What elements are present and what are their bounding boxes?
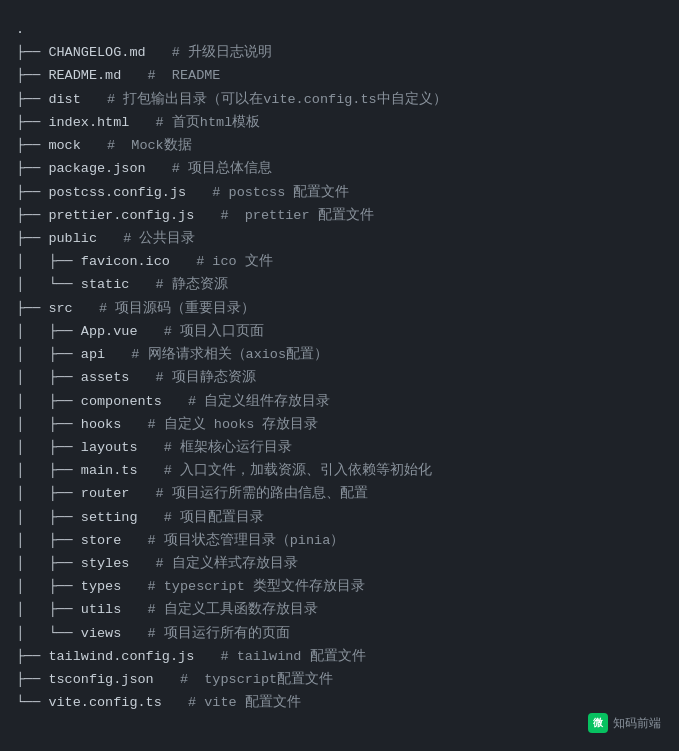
tree-prefix: │ ├── xyxy=(16,459,81,482)
tree-row: ├── prettier.config.js # prettier 配置文件 xyxy=(16,204,663,227)
tree-row: │ ├── favicon.ico # ico 文件 xyxy=(16,250,663,273)
tree-row: └── vite.config.ts # vite 配置文件 xyxy=(16,691,663,714)
tree-row: │ ├── main.ts # 入口文件，加载资源、引入依赖等初始化 xyxy=(16,459,663,482)
tree-row: │ ├── assets # 项目静态资源 xyxy=(16,366,663,389)
tree-row: ├── mock # Mock数据 xyxy=(16,134,663,157)
tree-prefix: │ └── xyxy=(16,622,81,645)
file-name: favicon.ico xyxy=(81,250,170,273)
file-comment: # 项目入口页面 xyxy=(148,320,264,343)
file-name: assets xyxy=(81,366,130,389)
file-name: App.vue xyxy=(81,320,138,343)
file-comment: # tailwind 配置文件 xyxy=(204,645,365,668)
file-tree: .├── CHANGELOG.md # 升级日志说明├── README.md … xyxy=(16,18,663,715)
file-comment: # Mock数据 xyxy=(91,134,192,157)
file-comment: # 自定义样式存放目录 xyxy=(139,552,297,575)
file-name: postcss.config.js xyxy=(48,181,186,204)
tree-row: │ ├── hooks # 自定义 hooks 存放目录 xyxy=(16,413,663,436)
tree-prefix: │ ├── xyxy=(16,506,81,529)
file-comment: # 网络请求相关（axios配置） xyxy=(115,343,328,366)
watermark-icon: 微 xyxy=(588,713,608,733)
tree-prefix: │ ├── xyxy=(16,413,81,436)
tree-row: ├── CHANGELOG.md # 升级日志说明 xyxy=(16,41,663,64)
file-name: prettier.config.js xyxy=(48,204,194,227)
file-name: tsconfig.json xyxy=(48,668,153,691)
file-comment: # postcss 配置文件 xyxy=(196,181,349,204)
file-name: static xyxy=(81,273,130,296)
file-name: layouts xyxy=(81,436,138,459)
tree-prefix: ├── xyxy=(16,297,48,320)
file-comment: # 框架核心运行目录 xyxy=(148,436,292,459)
tree-row: │ ├── setting # 项目配置目录 xyxy=(16,506,663,529)
tree-prefix: │ ├── xyxy=(16,552,81,575)
tree-row: ├── tailwind.config.js # tailwind 配置文件 xyxy=(16,645,663,668)
tree-row: │ ├── router # 项目运行所需的路由信息、配置 xyxy=(16,482,663,505)
file-comment: # typscript配置文件 xyxy=(164,668,333,691)
tree-row: ├── postcss.config.js # postcss 配置文件 xyxy=(16,181,663,204)
file-name: mock xyxy=(48,134,80,157)
tree-prefix: ├── xyxy=(16,134,48,157)
tree-row: │ ├── styles # 自定义样式存放目录 xyxy=(16,552,663,575)
tree-row: │ ├── layouts # 框架核心运行目录 xyxy=(16,436,663,459)
file-comment: # ico 文件 xyxy=(180,250,273,273)
tree-row: │ └── static # 静态资源 xyxy=(16,273,663,296)
file-comment: # 自定义工具函数存放目录 xyxy=(131,598,317,621)
tree-prefix: │ └── xyxy=(16,273,81,296)
tree-prefix: ├── xyxy=(16,41,48,64)
tree-prefix: │ ├── xyxy=(16,343,81,366)
tree-row: │ ├── types # typescript 类型文件存放目录 xyxy=(16,575,663,598)
tree-row: │ ├── api # 网络请求相关（axios配置） xyxy=(16,343,663,366)
tree-row: ├── public # 公共目录 xyxy=(16,227,663,250)
file-name: utils xyxy=(81,598,122,621)
file-comment: # 项目总体信息 xyxy=(156,157,272,180)
watermark-label: 知码前端 xyxy=(613,715,661,732)
file-name: components xyxy=(81,390,162,413)
tree-row: │ ├── store # 项目状态管理目录（pinia） xyxy=(16,529,663,552)
tree-prefix: │ ├── xyxy=(16,575,81,598)
file-name: hooks xyxy=(81,413,122,436)
watermark: 微 知码前端 xyxy=(588,713,661,733)
file-comment: # 首页html模板 xyxy=(139,111,260,134)
file-name: index.html xyxy=(48,111,129,134)
tree-prefix: ├── xyxy=(16,668,48,691)
tree-prefix: ├── xyxy=(16,645,48,668)
tree-prefix: │ ├── xyxy=(16,529,81,552)
file-comment: # vite 配置文件 xyxy=(172,691,301,714)
file-name: package.json xyxy=(48,157,145,180)
tree-prefix: └── xyxy=(16,691,48,714)
file-name: views xyxy=(81,622,122,645)
tree-row: ├── tsconfig.json # typscript配置文件 xyxy=(16,668,663,691)
file-comment: # 项目运行所需的路由信息、配置 xyxy=(139,482,367,505)
file-name: styles xyxy=(81,552,130,575)
tree-prefix: ├── xyxy=(16,157,48,180)
tree-dot: . xyxy=(16,18,24,41)
file-comment: # 自定义组件存放目录 xyxy=(172,390,330,413)
file-name: src xyxy=(48,297,72,320)
file-comment: # typescript 类型文件存放目录 xyxy=(131,575,365,598)
file-name: main.ts xyxy=(81,459,138,482)
tree-row: ├── package.json # 项目总体信息 xyxy=(16,157,663,180)
tree-prefix: ├── xyxy=(16,111,48,134)
file-comment: # 静态资源 xyxy=(139,273,227,296)
file-comment: # README xyxy=(131,64,220,87)
tree-prefix: │ ├── xyxy=(16,482,81,505)
file-name: README.md xyxy=(48,64,121,87)
file-comment: # 项目配置目录 xyxy=(148,506,264,529)
file-comment: # 项目运行所有的页面 xyxy=(131,622,289,645)
tree-prefix: │ ├── xyxy=(16,436,81,459)
tree-prefix: │ ├── xyxy=(16,250,81,273)
file-comment: # 升级日志说明 xyxy=(156,41,272,64)
file-name: setting xyxy=(81,506,138,529)
file-name: vite.config.ts xyxy=(48,691,161,714)
tree-row: ├── src # 项目源码（重要目录） xyxy=(16,297,663,320)
file-comment: # 自定义 hooks 存放目录 xyxy=(131,413,318,436)
file-name: tailwind.config.js xyxy=(48,645,194,668)
tree-prefix: │ ├── xyxy=(16,598,81,621)
tree-prefix: │ ├── xyxy=(16,320,81,343)
file-name: CHANGELOG.md xyxy=(48,41,145,64)
file-name: router xyxy=(81,482,130,505)
tree-row: . xyxy=(16,18,663,41)
file-name: dist xyxy=(48,88,80,111)
file-comment: # 项目源码（重要目录） xyxy=(83,297,255,320)
file-comment: # 项目静态资源 xyxy=(139,366,255,389)
tree-prefix: ├── xyxy=(16,64,48,87)
